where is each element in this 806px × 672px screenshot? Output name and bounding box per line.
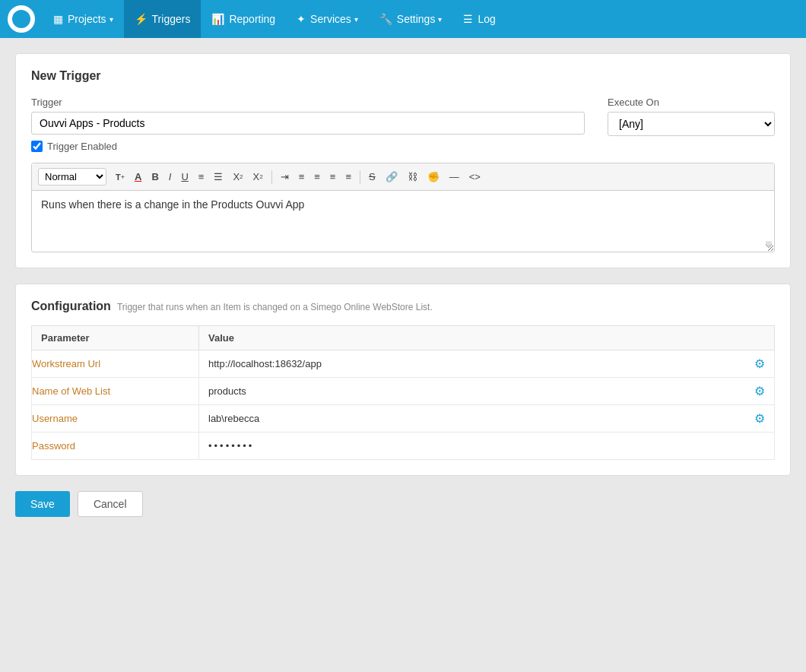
footer-buttons: Save Cancel <box>15 491 791 517</box>
nav-item-triggers[interactable]: ⚡Triggers <box>124 0 202 38</box>
param-row-name-of-web-list: Name of Web List⚙ <box>32 378 775 405</box>
log-nav-icon: ☰ <box>463 13 473 25</box>
ordered-list-btn[interactable]: ≡ <box>195 170 208 184</box>
services-nav-icon: ✦ <box>297 13 306 25</box>
subscript-btn[interactable]: X2 <box>229 170 246 184</box>
param-label-password: Password <box>32 433 199 460</box>
indent-right-btn[interactable]: ⇥ <box>277 170 293 184</box>
navbar: ▦Projects ▾⚡Triggers📊Reporting✦Services … <box>0 0 806 38</box>
param-value-cell-username: ⚙ <box>199 405 775 433</box>
logo-inner <box>12 10 30 28</box>
param-row-password: Password <box>32 433 775 460</box>
editor-wrapper: Normal Heading 1 Heading 2 Heading 3 T+ … <box>31 163 775 252</box>
justify-btn[interactable]: ≡ <box>341 170 355 184</box>
param-value-wrapper-password <box>199 433 774 459</box>
config-subtitle: Trigger that runs when an Item is change… <box>117 302 433 312</box>
bold-btn[interactable]: B <box>148 170 162 184</box>
trigger-enabled-label: Trigger Enabled <box>47 141 117 152</box>
param-value-wrapper-name-of-web-list: ⚙ <box>199 378 774 404</box>
param-value-cell-workstream-url: ⚙ <box>199 350 775 378</box>
param-value-cell-password <box>199 433 775 460</box>
param-input-workstream-url[interactable] <box>199 350 745 377</box>
nav-item-log[interactable]: ☰Log <box>452 0 506 38</box>
highlight-btn[interactable]: ✊ <box>424 170 443 184</box>
editor-body[interactable]: Runs when there is a change in the Produ… <box>32 191 774 252</box>
projects-nav-icon: ▦ <box>53 13 63 25</box>
trigger-enabled-row: Trigger Enabled <box>31 141 585 152</box>
param-row-workstream-url: Workstream Url⚙ <box>32 350 775 378</box>
hr-btn[interactable]: — <box>446 170 463 184</box>
align-center-btn[interactable]: ≡ <box>295 170 309 184</box>
param-gear-username[interactable]: ⚙ <box>745 405 774 432</box>
nav-item-reporting[interactable]: 📊Reporting <box>201 0 286 38</box>
toolbar-sep-1 <box>271 170 272 184</box>
resize-handle: ⟱ <box>765 239 773 250</box>
logo <box>8 5 35 33</box>
param-label-username: Username <box>32 405 199 433</box>
new-trigger-card: New Trigger Trigger Trigger Enabled Exec… <box>15 53 791 268</box>
param-gear-workstream-url[interactable]: ⚙ <box>745 350 774 377</box>
trigger-group: Trigger Trigger Enabled <box>31 97 585 152</box>
unlink-btn[interactable]: ⛓ <box>404 170 421 184</box>
services-nav-label: Services <box>310 13 351 25</box>
trigger-form-row: Trigger Trigger Enabled Execute On [Any]… <box>31 97 775 152</box>
editor-content: Runs when there is a change in the Produ… <box>41 198 304 211</box>
param-table-body: Workstream Url⚙Name of Web List⚙Username… <box>32 350 775 460</box>
param-input-password[interactable] <box>199 433 774 459</box>
config-title: Configuration <box>31 300 111 313</box>
reporting-nav-icon: 📊 <box>211 13 224 25</box>
value-header: Value <box>199 326 775 350</box>
param-label-name-of-web-list: Name of Web List <box>32 378 199 405</box>
nav-item-projects[interactable]: ▦Projects ▾ <box>43 0 124 38</box>
param-value-wrapper-workstream-url: ⚙ <box>199 350 774 377</box>
trigger-input[interactable] <box>31 112 585 135</box>
param-table-head: Parameter Value <box>32 326 775 350</box>
param-header: Parameter <box>32 326 199 350</box>
log-nav-label: Log <box>478 13 495 25</box>
triggers-nav-icon: ⚡ <box>135 13 148 25</box>
param-input-name-of-web-list[interactable] <box>199 378 745 404</box>
triggers-nav-label: Triggers <box>152 13 191 25</box>
underline-btn[interactable]: U <box>177 170 192 184</box>
settings-nav-icon: 🔧 <box>379 13 392 25</box>
superscript-btn[interactable]: X2 <box>249 170 267 184</box>
trigger-enabled-checkbox[interactable] <box>31 141 43 152</box>
source-btn[interactable]: <> <box>465 170 484 184</box>
param-row-username: Username⚙ <box>32 405 775 433</box>
format-select[interactable]: Normal Heading 1 Heading 2 Heading 3 <box>38 168 106 185</box>
services-caret: ▾ <box>354 15 358 24</box>
execute-on-group: Execute On [Any] Create Update Delete <box>608 97 775 152</box>
projects-caret: ▾ <box>109 15 113 24</box>
link-btn[interactable]: 🔗 <box>382 170 401 184</box>
strikethrough-btn[interactable]: S <box>365 170 379 184</box>
config-header: Configuration Trigger that runs when an … <box>31 300 775 313</box>
font-size-btn[interactable]: T+ <box>112 171 129 183</box>
italic-btn[interactable]: I <box>165 170 176 184</box>
align-right-btn[interactable]: ≡ <box>326 170 340 184</box>
param-value-wrapper-username: ⚙ <box>199 405 774 432</box>
execute-on-label: Execute On <box>608 97 775 108</box>
nav-item-settings[interactable]: 🔧Settings ▾ <box>369 0 453 38</box>
settings-nav-label: Settings <box>397 13 436 25</box>
param-table-header-row: Parameter Value <box>32 326 775 350</box>
nav-item-services[interactable]: ✦Services ▾ <box>286 0 369 38</box>
page-content: New Trigger Trigger Trigger Enabled Exec… <box>0 38 806 532</box>
toolbar-sep-2 <box>360 170 360 184</box>
execute-on-select[interactable]: [Any] Create Update Delete <box>608 112 775 136</box>
unordered-list-btn[interactable]: ☰ <box>210 170 227 184</box>
projects-nav-label: Projects <box>68 13 106 25</box>
align-left-btn[interactable]: ≡ <box>310 170 324 184</box>
param-table: Parameter Value Workstream Url⚙Name of W… <box>31 325 775 460</box>
editor-toolbar: Normal Heading 1 Heading 2 Heading 3 T+ … <box>32 163 774 191</box>
cancel-button[interactable]: Cancel <box>78 491 143 517</box>
trigger-label: Trigger <box>31 97 585 108</box>
param-gear-name-of-web-list[interactable]: ⚙ <box>745 378 774 404</box>
reporting-nav-label: Reporting <box>229 13 275 25</box>
new-trigger-title: New Trigger <box>31 69 775 83</box>
param-input-username[interactable] <box>199 405 745 432</box>
font-color-btn[interactable]: A <box>131 170 145 184</box>
param-value-cell-name-of-web-list: ⚙ <box>199 378 775 405</box>
settings-caret: ▾ <box>438 15 442 24</box>
configuration-card: Configuration Trigger that runs when an … <box>15 284 791 476</box>
save-button[interactable]: Save <box>15 491 70 517</box>
